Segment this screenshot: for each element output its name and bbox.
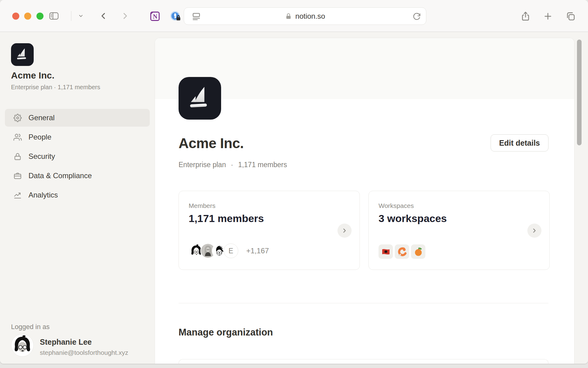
sailboat-icon xyxy=(186,85,214,112)
edit-details-button[interactable]: Edit details xyxy=(491,134,548,151)
share-icon xyxy=(521,11,530,21)
sidebar-org-meta: Enterprise plan · 1,171 members xyxy=(11,84,100,91)
tabs-overview-icon xyxy=(566,11,575,21)
members-card[interactable]: Members 1,171 members xyxy=(179,191,360,270)
sidebar-org-name: Acme Inc. xyxy=(11,70,55,81)
sidebar-item-security[interactable]: Security xyxy=(5,148,150,165)
address-bar[interactable]: notion.so xyxy=(184,7,426,25)
reload-button[interactable] xyxy=(411,11,422,22)
trend-icon xyxy=(13,191,22,199)
forward-button[interactable] xyxy=(119,10,130,21)
safari-window: N notion.so xyxy=(0,0,588,364)
workspaces-card-label: Workspaces xyxy=(379,202,414,209)
members-card-value: 1,171 members xyxy=(189,213,264,224)
svg-text:N: N xyxy=(153,13,157,20)
minimize-window-button[interactable] xyxy=(24,13,31,20)
main-content-panel: Acme Inc. Edit details Enterprise plan ·… xyxy=(155,38,575,364)
sidebar-item-analytics[interactable]: Analytics xyxy=(5,186,150,204)
workspace-tile xyxy=(411,244,425,259)
sidebar-item-label: General xyxy=(28,113,55,122)
fried-shrimp-icon xyxy=(397,247,407,257)
back-icon xyxy=(99,11,108,21)
members-card-chevron-button[interactable] xyxy=(337,224,352,238)
workspace-tile xyxy=(395,244,409,259)
sidebar-item-label: Security xyxy=(28,152,55,161)
workspace-icon-row xyxy=(379,244,425,259)
chevron-right-icon xyxy=(531,227,538,234)
sidebar-item-data-compliance[interactable]: Data & Compliance xyxy=(5,167,150,185)
sidebar-menu-chevron-button[interactable] xyxy=(77,12,85,20)
forward-icon xyxy=(120,11,130,21)
new-tab-icon xyxy=(543,12,552,21)
share-button[interactable] xyxy=(519,10,532,23)
sidebar-item-label: Analytics xyxy=(28,191,58,199)
settings-sidebar: Acme Inc. Enterprise plan · 1,171 member… xyxy=(0,32,155,364)
zoom-window-button[interactable] xyxy=(36,13,43,20)
briefcase-icon xyxy=(13,172,22,180)
lock-icon xyxy=(285,13,292,20)
back-button[interactable] xyxy=(98,10,109,21)
avatar xyxy=(11,334,34,357)
org-logo-large xyxy=(179,77,221,120)
sidebar-toggle-button[interactable] xyxy=(48,10,60,21)
tangerine-icon xyxy=(413,247,423,257)
gear-icon xyxy=(13,114,22,122)
workspaces-card[interactable]: Workspaces 3 workspaces xyxy=(368,191,550,270)
chevron-down-icon xyxy=(77,13,84,19)
chevron-right-icon xyxy=(341,227,348,234)
logged-in-as-label: Logged in as xyxy=(11,323,50,331)
members-count: 1,171 members xyxy=(238,161,287,169)
sidebar-item-general[interactable]: General xyxy=(5,109,150,127)
workspaces-card-chevron-button[interactable] xyxy=(527,224,541,238)
browser-toolbar: N notion.so xyxy=(0,0,588,32)
manage-organization-card[interactable] xyxy=(179,359,548,364)
workspace-tile xyxy=(379,244,393,259)
section-divider xyxy=(179,303,548,303)
sidebar-item-people[interactable]: People xyxy=(5,128,150,146)
page-title: Acme Inc. xyxy=(179,135,244,151)
onepassword-extension-button[interactable] xyxy=(169,10,182,22)
user-email: stephanie@toolsforthought.xyz xyxy=(40,349,128,356)
toolbar-separator xyxy=(71,11,71,21)
meta-separator: · xyxy=(231,161,233,169)
notion-settings-page: Acme Inc. Enterprise plan · 1,171 member… xyxy=(0,32,588,364)
member-avatar-stack: E +1,167 xyxy=(189,243,269,259)
user-name: Stephanie Lee xyxy=(40,338,92,347)
address-text-container: notion.so xyxy=(184,8,426,25)
members-card-label: Members xyxy=(189,202,216,209)
people-icon xyxy=(13,133,22,141)
plan-label: Enterprise plan xyxy=(179,161,226,169)
lock-icon xyxy=(13,152,22,161)
tabs-overview-button[interactable] xyxy=(564,10,577,22)
members-overflow-count: +1,167 xyxy=(246,247,269,255)
reload-icon xyxy=(413,13,421,21)
sailboat-icon xyxy=(15,47,30,62)
sidebar-item-label: Data & Compliance xyxy=(28,171,92,180)
scrollbar-thumb[interactable] xyxy=(577,40,582,145)
settings-nav: General People Securit xyxy=(5,109,150,205)
onepassword-extension-icon xyxy=(170,10,181,22)
albania-flag-icon xyxy=(381,247,391,257)
notion-extension-icon: N xyxy=(149,10,161,22)
close-window-button[interactable] xyxy=(12,13,19,20)
manage-organization-heading: Manage organization xyxy=(179,327,273,338)
new-tab-button[interactable] xyxy=(542,10,554,22)
address-url: notion.so xyxy=(295,12,325,21)
notion-extension-button[interactable]: N xyxy=(149,10,161,22)
sidebar-toggle-icon xyxy=(49,11,59,21)
sidebar-item-label: People xyxy=(28,133,51,141)
member-avatar-letter: E xyxy=(224,243,238,258)
woman-glasses-avatar-illustration xyxy=(11,334,33,356)
workspaces-card-value: 3 workspaces xyxy=(379,213,447,224)
org-logo xyxy=(11,43,34,66)
org-meta-row: Enterprise plan · 1,171 members xyxy=(179,161,287,169)
